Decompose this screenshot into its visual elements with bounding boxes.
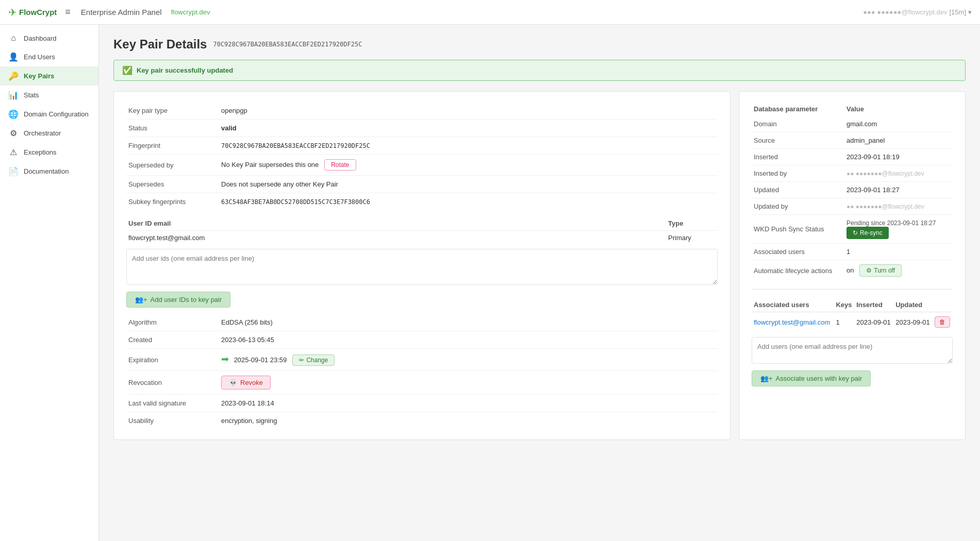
assoc-inserted-header: Inserted [854,298,893,312]
sidebar-item-stats[interactable]: 📊 Stats [0,86,98,105]
sidebar-item-dashboard[interactable]: ⌂ Dashboard [0,29,98,47]
domain-config-icon: 🌐 [8,109,19,119]
orchestrator-icon: ⚙ [8,128,19,138]
revoke-icon: 💀 [229,379,237,386]
table-row: Algorithm EdDSA (256 bits) [126,314,718,331]
end-users-icon: 👤 [8,52,19,62]
resync-icon: ↻ [853,229,858,236]
auto-lifecycle-label: Automatic lifecycle actions [752,260,844,281]
userid-header: User ID email Type [126,216,718,230]
sidebar-item-domain-config[interactable]: 🌐 Domain Configuration [0,105,98,124]
sidebar-item-label: Documentation [24,167,69,175]
wkd-label: WKD Push Sync Status [752,215,844,244]
algorithm-label: Algorithm [126,314,219,331]
user-ids-textarea[interactable] [126,249,718,285]
main-content: Key Pair Details 70C928C967BA20EBA583EAC… [99,25,980,541]
table-row: Automatic lifecycle actions on ⚙ Turn of… [752,260,953,281]
revoke-button[interactable]: 💀 Revoke [221,376,271,390]
assoc-updated-header: Updated [893,298,933,312]
expiration-value: ➡ 2025-09-01 23:59 ✏ Change [219,349,718,371]
source-label: Source [752,132,844,149]
remove-user-button[interactable]: 🗑 [935,316,950,328]
associate-button[interactable]: 👥+ Associate users with key pair [752,370,871,386]
divider [752,289,953,290]
associate-icon: 👥+ [760,375,773,382]
table-row: WKD Push Sync Status Pending since 2023-… [752,215,953,244]
table-row: Updated by ●● ●●●●●●●@flowcrypt.dev [752,198,953,215]
table-row: Fingerprint 70C928C967BA20EBA583EACCBF2E… [126,137,718,155]
sidebar-item-label: Dashboard [24,35,57,42]
exceptions-icon: ⚠ [8,147,19,157]
domain-label: Domain [752,116,844,132]
usability-value: encryption, signing [219,412,718,430]
revocation-value: 💀 Revoke [219,371,718,395]
userid-section: User ID email Type flowcrypt.test@gmail.… [126,216,718,308]
supersedes-label: Supersedes [126,176,219,193]
page-title: Key Pair Details [113,37,207,52]
sidebar-item-exceptions[interactable]: ⚠ Exceptions [0,143,98,162]
fingerprint-label: Fingerprint [126,137,219,155]
status-label: Status [126,120,219,137]
assoc-user-keys: 1 [834,312,854,332]
page-title-row: Key Pair Details 70C928C967BA20EBA583EAC… [113,37,966,52]
rotate-button[interactable]: Rotate [324,159,356,171]
key-pairs-icon: 🔑 [8,71,19,81]
turnoff-button[interactable]: ⚙ Turn off [859,264,902,277]
sidebar-item-label: Domain Configuration [24,110,89,118]
add-userid-icon: 👥+ [135,296,147,303]
check-icon: ✅ [122,65,132,75]
table-row: Last valid signature 2023-09-01 18:14 [126,395,718,412]
inserted-by-value: ●● ●●●●●●●@flowcrypt.dev [844,165,953,182]
user-dropdown-icon[interactable]: ▾ [968,8,972,16]
user-email: ●●● ●●●●●●@flowcrypt.dev [863,8,947,16]
assoc-user-email[interactable]: flowcrypt.test@gmail.com [752,312,834,332]
sidebar-item-end-users[interactable]: 👤 End Users [0,47,98,66]
sidebar-item-label: Exceptions [24,148,57,156]
keypair-panel: Key pair type openpgp Status valid Finge… [113,91,730,440]
userid-email-header: User ID email [126,216,666,230]
sidebar-item-orchestrator[interactable]: ⚙ Orchestrator [0,124,98,143]
table-row: Inserted 2023-09-01 18:19 [752,149,953,165]
updated-by-label: Updated by [752,198,844,215]
logo: ✈ FlowCrypt [8,6,57,19]
table-row: Status valid [126,120,718,137]
superseded-by-value: No Key Pair supersedes this one Rotate [219,155,718,176]
userid-type-header: Type [666,216,718,230]
assoc-action-header [933,298,953,312]
type-label: Key pair type [126,102,219,120]
keypair-extra-table: Algorithm EdDSA (256 bits) Created 2023-… [126,314,718,429]
usability-label: Usability [126,412,219,430]
table-row: Created 2023-06-13 05:45 [126,331,718,349]
updated-by-value: ●● ●●●●●●●@flowcrypt.dev [844,198,953,215]
supersedes-value: Does not supersede any other Key Pair [219,176,718,193]
top-nav: ✈ FlowCrypt ≡ Enterprise Admin Panel flo… [0,0,980,25]
table-row: Subkey fingerprints 63C548AF3BE7AB0DC527… [126,193,718,211]
db-value-header: Value [844,102,953,116]
add-userid-button[interactable]: 👥+ Add user IDs to key pair [126,292,230,308]
sidebar-item-key-pairs[interactable]: 🔑 Key Pairs [0,66,98,86]
menu-icon[interactable]: ≡ [65,7,71,18]
expiration-label: Expiration [126,349,219,371]
resync-button[interactable]: ↻ Re-sync [846,227,889,239]
table-row: Domain gmail.com [752,116,953,132]
subkey-label: Subkey fingerprints [126,193,219,211]
userid-email: flowcrypt.test@gmail.com [126,231,666,245]
domain-badge: flowcrypt.dev [171,8,210,16]
status-value: valid [219,120,718,137]
add-users-textarea[interactable] [752,337,953,364]
app-title: Enterprise Admin Panel [81,8,162,16]
last-valid-sig-value: 2023-09-01 18:14 [219,395,718,412]
created-value: 2023-06-13 05:45 [219,331,718,349]
assoc-user-remove[interactable]: 🗑 [933,312,953,332]
change-expiry-button[interactable]: ✏ Change [292,354,335,366]
logo-icon: ✈ [8,6,17,19]
dashboard-icon: ⌂ [8,33,19,43]
algorithm-value: EdDSA (256 bits) [219,314,718,331]
userid-row: flowcrypt.test@gmail.com Primary [126,230,718,245]
detail-row: Key pair type openpgp Status valid Finge… [113,91,966,440]
updated-label: Updated [752,182,844,198]
source-value: admin_panel [844,132,953,149]
assoc-users-header: Associated users [752,298,834,312]
sidebar-item-documentation[interactable]: 📄 Documentation [0,162,98,181]
domain-value: gmail.com [844,116,953,132]
